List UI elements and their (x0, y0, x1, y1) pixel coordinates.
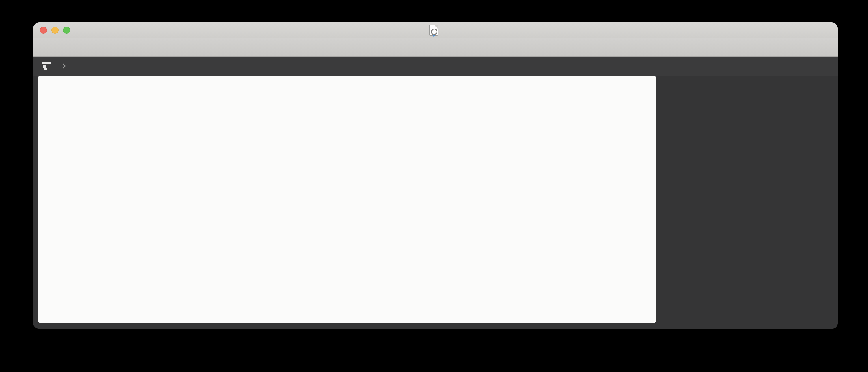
main-toolbar (33, 38, 838, 57)
inspector-panel (656, 75, 838, 329)
work-breakdown-icon (42, 62, 52, 70)
gantt-outline-panel (38, 75, 656, 323)
screen (0, 0, 868, 372)
format-wrench-icon[interactable] (619, 61, 630, 71)
outline-icon[interactable] (583, 61, 594, 71)
filter-icon[interactable] (564, 61, 576, 71)
style-brush-icon[interactable] (600, 61, 611, 71)
breadcrumb[interactable] (42, 57, 70, 75)
view-bar (33, 57, 838, 75)
chevron-right-icon (61, 64, 66, 69)
title-bar[interactable] (33, 23, 838, 38)
app-window (33, 23, 838, 329)
content-area (33, 75, 838, 329)
document-icon (429, 25, 438, 36)
window-title-group (33, 23, 838, 38)
